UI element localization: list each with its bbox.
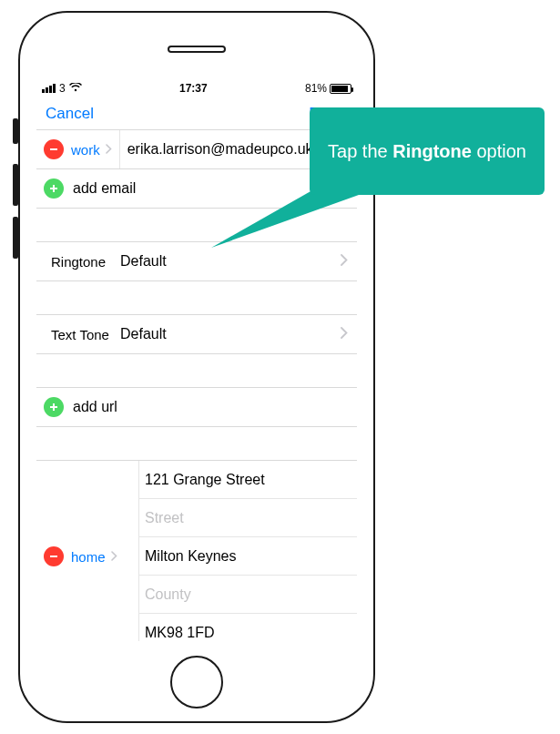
status-right: 81%	[305, 82, 351, 95]
text-tone-value: Default	[120, 326, 341, 342]
remove-email-icon[interactable]	[44, 139, 64, 159]
address-street1[interactable]: 121 Grange Street	[139, 461, 357, 499]
home-button[interactable]	[170, 656, 223, 709]
address-county[interactable]: County	[139, 576, 357, 614]
signal-bars-icon	[42, 84, 56, 93]
text-tone-label: Text Tone	[51, 327, 120, 342]
chevron-right-icon	[111, 548, 117, 565]
status-time: 17:37	[179, 82, 208, 95]
carrier-label: 3	[59, 82, 66, 95]
cancel-button[interactable]: Cancel	[46, 105, 94, 123]
chevron-right-icon	[106, 141, 112, 158]
address-street2[interactable]: Street	[139, 499, 357, 537]
add-url-row[interactable]: add url	[36, 388, 357, 426]
address-label[interactable]: home	[71, 549, 106, 565]
email-label[interactable]: work	[71, 142, 100, 158]
add-email-icon[interactable]	[44, 178, 64, 199]
svg-rect-1	[50, 556, 57, 557]
instruction-tooltip: Tap the Ringtone option	[310, 107, 545, 195]
status-left: 3	[42, 82, 82, 95]
ringtone-label: Ringtone	[51, 254, 120, 270]
phone-speaker	[168, 46, 226, 53]
status-bar: 3 17:37 81%	[36, 78, 357, 98]
wifi-icon	[69, 82, 82, 95]
battery-pct: 81%	[305, 82, 327, 95]
battery-icon	[330, 84, 351, 94]
address-city[interactable]: Milton Keynes	[139, 537, 357, 576]
svg-rect-0	[50, 148, 57, 150]
address-fields: 121 Grange Street Street Milton Keynes C…	[138, 461, 357, 641]
address-side[interactable]: home	[36, 461, 138, 641]
text-tone-row[interactable]: Text Tone Default	[36, 315, 357, 353]
remove-address-icon[interactable]	[44, 546, 64, 566]
address-home-row[interactable]: home 121 Grange Street Street Milton Key…	[36, 461, 357, 641]
chevron-right-icon	[341, 326, 353, 342]
address-postcode[interactable]: MK98 1FD	[139, 614, 357, 641]
tooltip-text: Tap the Ringtone option	[328, 139, 526, 164]
add-url-icon[interactable]	[44, 397, 64, 417]
add-url-label: add url	[73, 399, 353, 415]
